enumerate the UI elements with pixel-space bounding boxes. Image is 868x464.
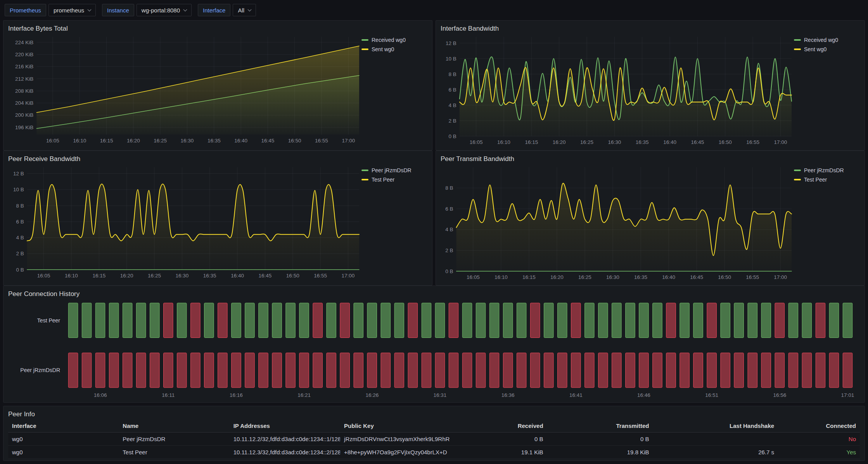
state-bar xyxy=(788,353,798,388)
state-bar xyxy=(489,353,499,388)
state-bar xyxy=(748,303,757,338)
interface-bytes-total-chart[interactable]: 16:0516:1016:1516:2016:2516:3016:3516:40… xyxy=(8,34,361,149)
axis-label: 16:45 xyxy=(261,138,274,144)
state-bar xyxy=(530,303,540,338)
panel-body: Test PeerPeer jRzmDsDR16:0616:1116:1616:… xyxy=(8,299,860,401)
axis-label: 16:55 xyxy=(746,139,759,145)
state-bar xyxy=(639,303,649,338)
state-bar xyxy=(680,303,690,338)
axis-label: 16:45 xyxy=(259,273,272,279)
panel-title[interactable]: Peer Connection History xyxy=(8,289,860,299)
axis-label: 16:40 xyxy=(662,274,675,280)
column-header-last-handshake[interactable]: Last Handshake xyxy=(653,422,778,429)
panel-interface-bytes-total: Interface Bytes Total 16:0516:1016:1516:… xyxy=(3,20,432,151)
column-header-ip-addresses[interactable]: IP Addresses xyxy=(230,422,340,429)
peer-receive-bandwidth-chart[interactable]: 16:0516:1016:1516:2016:2516:3016:3516:40… xyxy=(8,164,361,284)
axis-label: 8 B xyxy=(16,203,24,209)
legend-item-test-peer[interactable]: Test Peer xyxy=(361,177,427,183)
state-bar xyxy=(626,303,635,338)
legend-item-received-wg0[interactable]: Received wg0 xyxy=(361,37,427,43)
column-header-name[interactable]: Name xyxy=(119,422,229,429)
axis-label: 16:35 xyxy=(207,138,221,144)
legend-item-sent-wg0[interactable]: Sent wg0 xyxy=(361,46,427,52)
state-bar xyxy=(462,303,472,338)
column-header-connected[interactable]: Connected xyxy=(778,422,860,429)
chevron-down-icon xyxy=(183,7,187,11)
axis-label: 16:05 xyxy=(467,274,480,280)
panel-title[interactable]: Interface Bytes Total xyxy=(8,24,427,34)
panel-title[interactable]: Interface Bandwidth xyxy=(441,24,860,34)
state-bar xyxy=(707,303,717,338)
column-header-received[interactable]: Received xyxy=(456,422,547,429)
axis-label: 16:26 xyxy=(365,392,379,398)
axis-label: 16:31 xyxy=(434,392,447,398)
state-bar xyxy=(164,303,173,338)
axis-label: 16:50 xyxy=(718,274,731,280)
legend-label: Test Peer xyxy=(804,177,827,183)
table-header-row: InterfaceNameIP AddressesPublic KeyRecei… xyxy=(8,419,860,433)
axis-label: 224 KiB xyxy=(15,40,33,45)
table-cell: 10.11.12.2/32,fdfd:d3ad:c0de:1234::1/128 xyxy=(230,436,340,442)
column-header-public-key[interactable]: Public Key xyxy=(340,422,456,429)
axis-label: 16:05 xyxy=(37,273,50,279)
axis-label: 16:30 xyxy=(181,138,194,144)
peer-transmit-bandwidth-svg: 16:0516:1016:1516:2016:2516:3016:3516:40… xyxy=(441,164,794,282)
interface-select[interactable]: All xyxy=(233,4,256,16)
axis-label: 16:15 xyxy=(525,139,538,145)
panel-title[interactable]: Peer Receive Bandwidth xyxy=(8,154,427,164)
panel-title[interactable]: Peer Info xyxy=(8,409,860,419)
state-bar xyxy=(571,303,581,338)
dashboard: Interface Bytes Total 16:0516:1016:1516:… xyxy=(0,20,868,464)
axis-label: 16:40 xyxy=(663,139,676,145)
axis-label: 16:15 xyxy=(522,274,536,280)
state-bar xyxy=(585,303,595,338)
axis-label: 12 B xyxy=(13,171,24,177)
instance-select[interactable]: wg-portal:8080 xyxy=(137,4,192,16)
interface-bandwidth-legend: Received wg0Sent wg0 xyxy=(794,34,860,149)
interface-bandwidth-chart[interactable]: 16:0516:1016:1516:2016:2516:3016:3516:40… xyxy=(441,34,794,149)
state-bar xyxy=(449,303,458,338)
legend-swatch xyxy=(361,170,368,171)
legend-label: Sent wg0 xyxy=(804,46,827,52)
axis-label: 16:35 xyxy=(203,273,216,279)
state-bar xyxy=(68,303,78,338)
axis-label: 16:25 xyxy=(580,139,593,145)
legend-label: Received wg0 xyxy=(804,37,838,43)
state-bar xyxy=(394,353,404,388)
legend-item-test-peer[interactable]: Test Peer xyxy=(794,177,860,183)
state-bar xyxy=(123,353,132,388)
state-bar xyxy=(653,303,662,338)
axis-label: 196 KiB xyxy=(15,125,33,130)
panel-peer-info: Peer Info InterfaceNameIP AddressesPubli… xyxy=(3,406,865,461)
state-bar xyxy=(666,353,676,388)
state-bar xyxy=(462,353,472,388)
legend-label: Peer jRzmDsDR xyxy=(804,167,844,173)
panel-row-1: Interface Bytes Total 16:0516:1016:1516:… xyxy=(3,20,865,147)
column-header-transmitted[interactable]: Transmitted xyxy=(547,422,653,429)
state-bar xyxy=(95,353,105,388)
panel-body: 16:0516:1016:1516:2016:2516:3016:3516:40… xyxy=(441,164,860,284)
panel-title[interactable]: Peer Transmit Bandwidth xyxy=(441,154,860,164)
axis-label: 16:41 xyxy=(569,392,583,398)
panel-body: 16:0516:1016:1516:2016:2516:3016:3516:40… xyxy=(8,164,427,284)
axis-label: 16:50 xyxy=(286,273,299,279)
state-bar xyxy=(232,303,241,338)
peer-transmit-bandwidth-chart[interactable]: 16:0516:1016:1516:2016:2516:3016:3516:40… xyxy=(441,164,794,284)
state-bar xyxy=(843,303,852,338)
state-bar xyxy=(381,303,391,338)
axis-label: 16:25 xyxy=(148,273,161,279)
state-bar xyxy=(272,353,282,388)
axis-label: 16:05 xyxy=(46,138,59,144)
axis-label: 16:40 xyxy=(234,138,247,144)
axis-label: 6 B xyxy=(16,219,24,225)
legend-item-peer-jrzmdsdr[interactable]: Peer jRzmDsDR xyxy=(794,167,860,173)
history-row-label: Test Peer xyxy=(37,317,60,324)
peer-connection-history-chart[interactable]: Test PeerPeer jRzmDsDR16:0616:1116:1616:… xyxy=(8,299,860,401)
legend-item-sent-wg0[interactable]: Sent wg0 xyxy=(794,46,860,52)
interface-value: All xyxy=(238,7,244,14)
axis-label: 16:40 xyxy=(231,273,244,279)
column-header-interface[interactable]: Interface xyxy=(8,422,119,429)
legend-item-peer-jrzmdsdr[interactable]: Peer jRzmDsDR xyxy=(361,167,427,173)
prometheus-datasource-select[interactable]: prometheus xyxy=(48,4,96,16)
legend-item-received-wg0[interactable]: Received wg0 xyxy=(794,37,860,43)
